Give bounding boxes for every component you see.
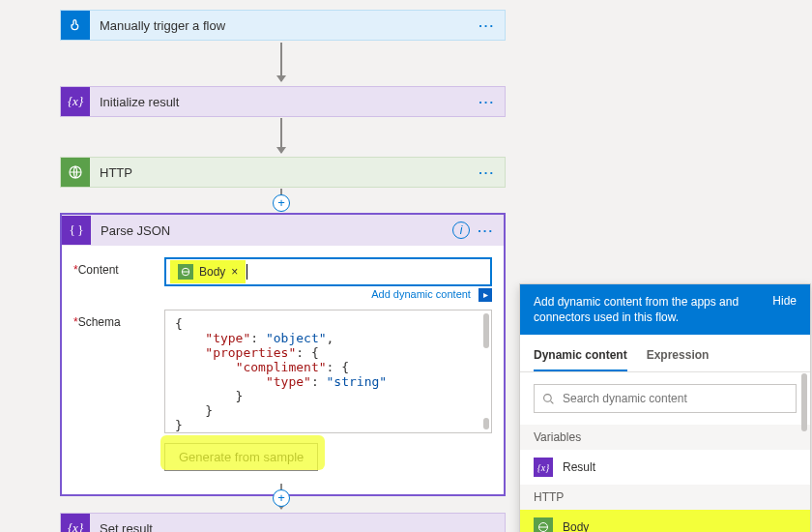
connector-arrow	[280, 118, 282, 153]
scrollbar[interactable]	[801, 373, 807, 431]
variable-icon: {x}	[534, 458, 553, 477]
step-title: Manually trigger a flow	[90, 18, 478, 33]
content-field-label: *Content	[73, 257, 164, 302]
step-title: HTTP	[90, 165, 478, 180]
step-title: Initialize result	[90, 95, 478, 109]
schema-field-label: *Schema	[73, 310, 164, 471]
schema-editor[interactable]: { "type": "object", "properties": { "com…	[164, 310, 492, 433]
step-manually-trigger[interactable]: Manually trigger a flow ···	[60, 10, 506, 41]
dynamic-content-header: Add dynamic content from the apps and co…	[520, 284, 810, 335]
step-http[interactable]: HTTP ···	[60, 157, 506, 188]
braces-icon: { }	[62, 216, 91, 245]
connector-arrow	[280, 43, 282, 81]
generate-from-sample-button[interactable]: Generate from sample	[164, 443, 318, 471]
content-input[interactable]: Body ×	[164, 257, 492, 286]
more-menu-icon[interactable]: ···	[478, 18, 505, 33]
scrollbar[interactable]	[483, 418, 489, 429]
globe-icon	[61, 158, 90, 187]
step-initialize-result[interactable]: {x} Initialize result ···	[60, 86, 506, 117]
dynamic-content-search[interactable]	[534, 384, 797, 413]
more-menu-icon[interactable]: ···	[478, 95, 505, 109]
parse-json-header[interactable]: { } Parse JSON i ···	[62, 215, 504, 246]
section-variables: Variables	[520, 425, 810, 450]
dynamic-content-item-body[interactable]: Body	[520, 510, 810, 532]
touch-icon	[61, 11, 90, 40]
item-label: Body	[563, 520, 589, 532]
search-icon	[542, 393, 555, 405]
token-label: Body	[199, 265, 225, 279]
add-step-button[interactable]: +	[273, 194, 290, 212]
dynamic-content-search-input[interactable]	[563, 392, 788, 405]
variable-icon: {x}	[61, 87, 90, 116]
add-dynamic-content-link[interactable]: Add dynamic content	[371, 288, 471, 300]
info-icon[interactable]: i	[452, 222, 470, 239]
variable-icon: {x}	[61, 514, 90, 532]
more-menu-icon[interactable]: ···	[478, 223, 504, 238]
tab-dynamic-content[interactable]: Dynamic content	[534, 340, 627, 371]
more-menu-icon[interactable]: ···	[478, 165, 505, 180]
dynamic-content-item-result[interactable]: {x} Result	[520, 450, 810, 485]
globe-icon	[178, 264, 193, 280]
hide-panel-link[interactable]: Hide	[772, 294, 797, 308]
tab-expression[interactable]: Expression	[647, 340, 710, 371]
dynamic-content-toggle-icon[interactable]: ▸	[478, 288, 492, 302]
step-title: Parse JSON	[91, 223, 452, 238]
body-token[interactable]: Body ×	[172, 262, 244, 281]
dynamic-content-panel: Add dynamic content from the apps and co…	[519, 283, 811, 532]
step-parse-json: { } Parse JSON i ··· *Content Body	[60, 213, 506, 496]
add-step-button[interactable]: +	[273, 489, 290, 507]
step-title: Set result	[90, 521, 505, 533]
token-remove-icon[interactable]: ×	[231, 265, 238, 279]
globe-icon	[534, 517, 553, 532]
scrollbar[interactable]	[483, 313, 489, 348]
section-http: HTTP	[520, 485, 810, 510]
text-caret	[246, 264, 247, 280]
svg-point-2	[544, 395, 552, 402]
item-label: Result	[563, 460, 595, 474]
step-set-result[interactable]: {x} Set result	[60, 513, 506, 532]
